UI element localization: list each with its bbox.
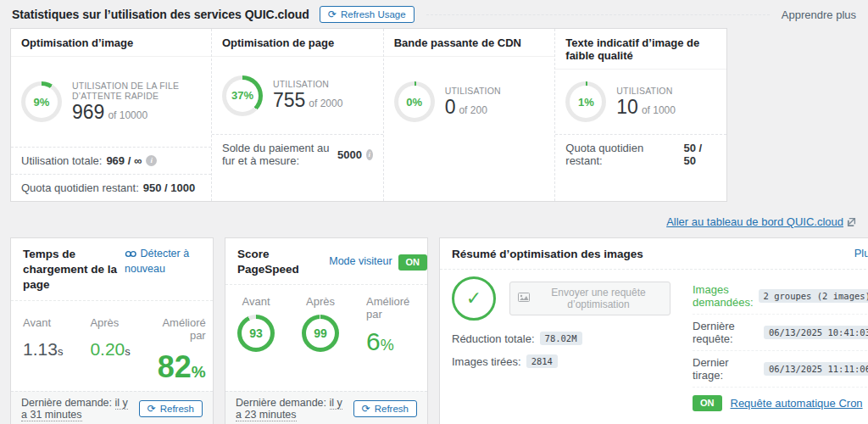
payg-balance-row: Solde du paiement au fur et à mesure: 50… <box>212 134 383 174</box>
auto-request-cron-row: ON Requête automatique Cron <box>693 388 868 416</box>
metric-after: Après 0.20s <box>90 316 130 360</box>
usage-card-title: Optimisation de page <box>212 29 383 57</box>
image-icon <box>518 293 530 304</box>
usage-gauge: 9% <box>21 81 62 122</box>
visitor-mode-toggle[interactable]: ON <box>398 254 428 271</box>
redetect-link[interactable]: Détecter à nouveau <box>125 247 201 276</box>
refresh-button[interactable]: ⟳ Refresh <box>139 400 203 417</box>
metric-improved: Amélioré par 6% <box>366 295 415 356</box>
images-requested-row: Images demandées: 2 groupes (2 images) <box>693 278 868 315</box>
metric-improved: Amélioré par 82% <box>158 316 206 382</box>
refresh-button[interactable]: ⟳ Refresh <box>353 400 417 417</box>
daily-quota-row: Quota quotidien restant: 950 / 1000 <box>11 174 211 201</box>
score-ring-after: 99 <box>302 315 339 352</box>
usage-card-lqip: Texte indicatif d’image de faible qualit… <box>555 29 726 201</box>
usage-limit: of 200 <box>459 104 487 116</box>
gauge-percent: 9% <box>25 86 58 118</box>
usage-label: UTILISATION <box>273 79 342 89</box>
usage-limit: of 2000 <box>309 98 342 109</box>
last-pull-row: Dernier tirage: 06/13/2025 11:11:06 <box>693 351 868 388</box>
pagespeed-score-card: Score PageSpeed Mode visiteur ON Avant 9… <box>225 237 428 424</box>
usage-limit: of 10000 <box>108 109 147 121</box>
learn-more-link[interactable]: Apprendre plus <box>782 8 856 21</box>
reduction-value-badge: 78.02M <box>540 332 582 345</box>
external-link-icon <box>847 216 856 229</box>
success-check-icon: ✓ <box>452 276 496 321</box>
card-title: Score PageSpeed <box>237 247 322 277</box>
usage-limit: of 1000 <box>642 104 676 116</box>
metric-after: Après 99 <box>302 295 339 352</box>
card-title: Résumé d’optimisation des images <box>452 247 643 262</box>
last-request-label: Dernière demande: il y a 31 minutes <box>21 397 131 421</box>
metric-before: Avant 1.13s <box>23 316 63 360</box>
refresh-icon: ⟳ <box>147 404 156 414</box>
send-optimization-request-button[interactable]: Envoyer une requête d’optimisation <box>509 282 670 315</box>
usage-gauge: 0% <box>394 81 435 122</box>
usage-card-title: Texte indicatif d’image de faible qualit… <box>555 29 726 70</box>
usage-card-page-optimization: Optimisation de page 37% UTILISATION 755… <box>212 29 384 201</box>
usage-stats-box: Optimisation d’image 9% UTILISATION DE L… <box>10 28 727 202</box>
image-optimization-summary-card: Résumé d’optimisation des images Plus ✓ … <box>439 237 868 424</box>
usage-gauge: 37% <box>222 75 263 116</box>
usage-card-image-optimization: Optimisation d’image 9% UTILISATION DE L… <box>11 29 212 201</box>
cron-auto-request-link[interactable]: Requête automatique Cron <box>731 397 863 410</box>
pulled-value-badge: 2814 <box>526 354 558 368</box>
daily-quota-row: Quota quotidien restant: 50 / 50 <box>555 134 726 174</box>
more-link[interactable]: Plus <box>854 247 868 259</box>
visitor-mode-link[interactable]: Mode visiteur <box>329 254 392 270</box>
quic-dashboard-link[interactable]: Aller au tableau de bord QUIC.cloud <box>666 215 856 228</box>
usage-label: UTILISATION <box>616 86 676 96</box>
metric-before: Avant 93 <box>237 295 275 352</box>
usage-used: 10 <box>616 96 638 118</box>
usage-card-title: Bande passante de CDN <box>384 29 555 57</box>
page-header: Statistiques sur l’utilisation des servi… <box>0 0 868 26</box>
refresh-icon: ⟳ <box>362 404 370 414</box>
gauge-percent: 37% <box>226 80 259 112</box>
usage-used: 0 <box>445 96 456 118</box>
usage-total-row: Utilisation totale: 969 / ∞ i <box>11 147 211 174</box>
page-load-time-card: Temps de chargement de la page Détecter … <box>10 237 214 424</box>
usage-label: UTILISATION DE LA FILE D’ATTENTE RAPIDE <box>72 81 201 101</box>
last-request-row: Dernière requête: 06/13/2025 10:41:03 <box>693 315 868 351</box>
gauge-percent: 0% <box>398 86 431 118</box>
total-reduction-row: Réduction totale: 78.02M <box>452 332 670 345</box>
gauge-percent: 1% <box>570 86 602 118</box>
usage-card-title: Optimisation d’image <box>11 29 211 57</box>
info-icon[interactable]: i <box>366 149 373 160</box>
last-request-label: Dernière demande: il y a 23 minutes <box>236 397 345 421</box>
page-title: Statistiques sur l’utilisation des servi… <box>12 8 309 21</box>
usage-gauge: 1% <box>565 81 606 122</box>
usage-used: 969 <box>72 101 104 123</box>
header-divider <box>426 14 770 15</box>
refresh-usage-button[interactable]: ⟳ Refresh Usage <box>320 6 415 23</box>
images-pulled-row: Images tirées: 2814 <box>452 354 670 368</box>
requested-value-badge: 2 groupes (2 images) <box>759 289 868 303</box>
last-request-badge: 06/13/2025 10:41:03 <box>764 326 868 339</box>
last-pull-badge: 06/13/2025 11:11:06 <box>764 362 868 376</box>
cron-auto-request-toggle[interactable]: ON <box>693 395 722 411</box>
card-title: Temps de chargement de la page <box>23 247 118 293</box>
usage-label: UTILISATION <box>445 86 501 96</box>
refresh-icon: ⟳ <box>328 9 337 20</box>
info-icon[interactable]: i <box>146 155 157 166</box>
score-ring-before: 93 <box>237 315 275 352</box>
usage-card-cdn-bandwidth: Bande passante de CDN 0% UTILISATION 0of… <box>384 29 556 201</box>
usage-used: 755 <box>273 89 305 111</box>
